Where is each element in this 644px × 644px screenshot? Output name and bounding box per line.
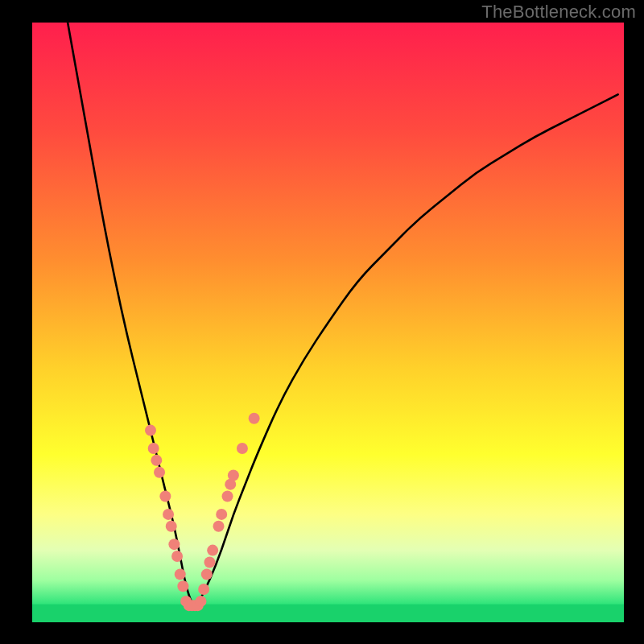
sample-point bbox=[177, 580, 188, 592]
sample-point bbox=[154, 467, 165, 478]
sample-point bbox=[222, 491, 233, 502]
watermark-text: TheBottleneck.com bbox=[481, 2, 636, 23]
sample-point bbox=[195, 596, 206, 607]
sample-point bbox=[166, 521, 177, 532]
sample-point bbox=[207, 545, 218, 556]
bottleneck-chart bbox=[0, 0, 644, 644]
sample-point bbox=[151, 455, 162, 466]
sample-point bbox=[175, 568, 186, 580]
sample-point bbox=[148, 443, 159, 454]
green-baseline bbox=[32, 605, 624, 622]
sample-point bbox=[249, 413, 260, 424]
sample-point bbox=[201, 568, 213, 580]
sample-point bbox=[213, 521, 225, 532]
sample-point bbox=[145, 425, 156, 436]
sample-point bbox=[228, 469, 239, 481]
sample-point bbox=[168, 539, 180, 550]
sample-point bbox=[237, 443, 248, 454]
sample-point bbox=[163, 509, 174, 520]
sample-point bbox=[198, 584, 209, 595]
chart-stage: TheBottleneck.com bbox=[0, 0, 644, 644]
sample-point bbox=[216, 509, 227, 520]
sample-point bbox=[159, 491, 171, 502]
sample-point bbox=[204, 557, 216, 568]
sample-point bbox=[171, 551, 183, 562]
